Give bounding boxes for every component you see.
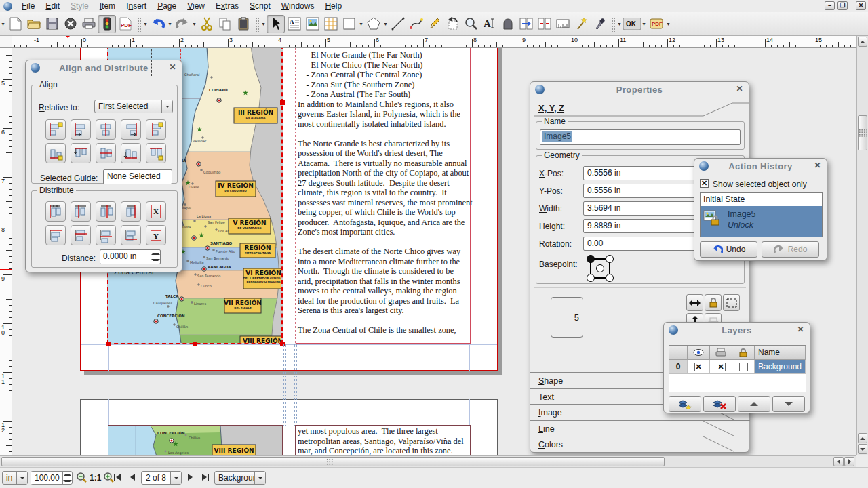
- print-column-header[interactable]: [710, 346, 732, 360]
- selected-guide-field[interactable]: None Selected: [103, 169, 172, 184]
- layer-print-checkbox[interactable]: ✕: [710, 360, 732, 374]
- menu-view[interactable]: View: [182, 1, 210, 12]
- ruler-origin[interactable]: [0, 36, 12, 48]
- measurements-icon[interactable]: [553, 15, 572, 33]
- distribute-button-v0[interactable]: [45, 225, 66, 245]
- align-button-h0[interactable]: [45, 119, 66, 140]
- layer-lock-checkbox[interactable]: [732, 360, 755, 374]
- preflight-verifier-icon[interactable]: [98, 15, 116, 33]
- toolbar-overflow-arrow[interactable]: ▾: [616, 21, 623, 27]
- pdf-tools-icon[interactable]: PDF: [647, 15, 665, 33]
- align-button-v1[interactable]: [71, 143, 91, 163]
- menu-style[interactable]: Style: [65, 1, 94, 12]
- align-button-v0[interactable]: [45, 143, 66, 163]
- freehand-line-icon[interactable]: [425, 15, 443, 33]
- redo-button[interactable]: Redo: [762, 241, 819, 258]
- insert-line-icon[interactable]: [389, 15, 407, 33]
- insert-text-frame-icon[interactable]: A: [285, 15, 303, 33]
- name-column-header[interactable]: Name: [755, 346, 806, 360]
- maximize-button[interactable]: ❐: [837, 1, 848, 10]
- selection-handle[interactable]: [280, 100, 285, 105]
- insert-shape-icon[interactable]: [340, 15, 358, 33]
- toolbar-overflow-arrow[interactable]: ▾: [191, 21, 197, 27]
- close-icon[interactable]: ✕: [814, 161, 821, 170]
- vertical-guide[interactable]: [283, 344, 286, 426]
- toolbar-overflow-arrow[interactable]: ▾: [358, 21, 364, 27]
- toolbar-overflow-arrow[interactable]: ▾: [142, 21, 149, 27]
- paste-icon[interactable]: [234, 15, 252, 33]
- edit-contents-icon[interactable]: [498, 15, 517, 33]
- align-dialog-titlebar[interactable]: Align and Distribute ✕: [26, 60, 182, 75]
- menu-edit[interactable]: Edit: [40, 1, 65, 12]
- distance-field[interactable]: 0.0000 in: [100, 249, 161, 264]
- distribute-button-h1[interactable]: [71, 201, 91, 222]
- save-icon[interactable]: [43, 15, 61, 33]
- distribute-button-v4[interactable]: Y: [146, 225, 166, 245]
- export-pdf-icon[interactable]: PDF: [116, 15, 134, 33]
- distribute-button-v3[interactable]: [121, 225, 141, 245]
- toolbar-overflow-arrow[interactable]: ▾: [641, 21, 647, 27]
- unit-select[interactable]: in: [2, 471, 28, 485]
- insert-polygon-icon[interactable]: [364, 15, 382, 33]
- copy-icon[interactable]: [216, 15, 234, 33]
- name-field[interactable]: Image5: [540, 129, 741, 145]
- text-frame-page2[interactable]: yet most populous area. The three larges…: [295, 425, 471, 455]
- ok-button[interactable]: OK: [623, 15, 641, 33]
- copy-properties-icon[interactable]: [572, 15, 590, 33]
- open-icon[interactable]: [24, 15, 43, 33]
- layer-select[interactable]: Background: [214, 471, 266, 485]
- align-button-h1[interactable]: [71, 119, 91, 140]
- selection-handle[interactable]: [106, 342, 111, 346]
- zoom-reset[interactable]: 1:1: [90, 473, 101, 483]
- text-frame-page1[interactable]: North to South: - El Norte Grande (The F…: [295, 48, 471, 344]
- align-button-v3[interactable]: [121, 143, 141, 163]
- undo-button[interactable]: Undo: [700, 241, 757, 258]
- vertical-scrollbar[interactable]: [856, 36, 868, 455]
- properties-section-line[interactable]: Line: [530, 420, 750, 436]
- undo-icon[interactable]: [149, 15, 167, 33]
- lower-layer-button[interactable]: [772, 396, 805, 412]
- lock-size-button[interactable]: [723, 294, 740, 311]
- lock-button[interactable]: [705, 294, 722, 311]
- rotate-item-icon[interactable]: [443, 15, 462, 33]
- prev-page-button[interactable]: [126, 471, 138, 483]
- layer-name[interactable]: Background: [755, 360, 806, 374]
- menu-extras[interactable]: Extras: [210, 1, 244, 12]
- new-document-icon[interactable]: [6, 15, 24, 33]
- visible-column-header[interactable]: [688, 346, 710, 360]
- insert-image-frame-icon[interactable]: [303, 15, 321, 33]
- redo-icon[interactable]: [173, 15, 191, 33]
- close-doc-icon[interactable]: [61, 15, 79, 33]
- menu-item[interactable]: Item: [94, 1, 121, 12]
- menu-insert[interactable]: Insert: [121, 1, 152, 12]
- align-button-h3[interactable]: [121, 119, 141, 140]
- unlink-text-frames-icon[interactable]: [535, 15, 553, 33]
- menu-page[interactable]: Page: [152, 1, 182, 12]
- close-button[interactable]: ✕: [856, 1, 866, 10]
- relative-to-select[interactable]: First Selected: [94, 100, 173, 113]
- layers-titlebar[interactable]: Layers ✕: [664, 323, 810, 338]
- horizontal-scrollbar[interactable]: [0, 455, 856, 467]
- lock-column-header[interactable]: [732, 346, 755, 360]
- zoom-tool-icon[interactable]: [462, 15, 480, 33]
- distribute-button-h0[interactable]: [45, 201, 66, 222]
- vertical-ruler[interactable]: 56789101112: [0, 48, 12, 455]
- history-item-initial[interactable]: Initial State: [701, 193, 822, 205]
- close-icon[interactable]: ✕: [797, 325, 804, 334]
- history-item-selected[interactable]: Image5 Unlock: [701, 206, 822, 237]
- bezier-curve-icon[interactable]: [407, 15, 425, 33]
- show-selected-checkbox[interactable]: ✕: [700, 179, 709, 188]
- align-button-h2[interactable]: [96, 119, 116, 140]
- link-text-frames-icon[interactable]: [517, 15, 535, 33]
- horizontal-ruler[interactable]: -10123456789101112131415: [12, 36, 856, 48]
- first-page-button[interactable]: [111, 471, 123, 483]
- last-page-button[interactable]: [199, 471, 212, 483]
- distribute-button-h2[interactable]: [96, 201, 116, 222]
- eyedropper-icon[interactable]: [590, 15, 608, 33]
- toolbar-overflow-arrow[interactable]: ▾: [665, 21, 671, 27]
- image-frame-chile-map-2[interactable]: CONCEPCIÓNChillánLos AngelesVIII REGIÓN: [108, 425, 283, 455]
- page-select[interactable]: 2 of 8: [141, 471, 182, 485]
- distribute-button-h3[interactable]: [121, 201, 141, 222]
- zoom-out-icon[interactable]: [76, 472, 87, 483]
- align-button-h4[interactable]: [146, 119, 166, 140]
